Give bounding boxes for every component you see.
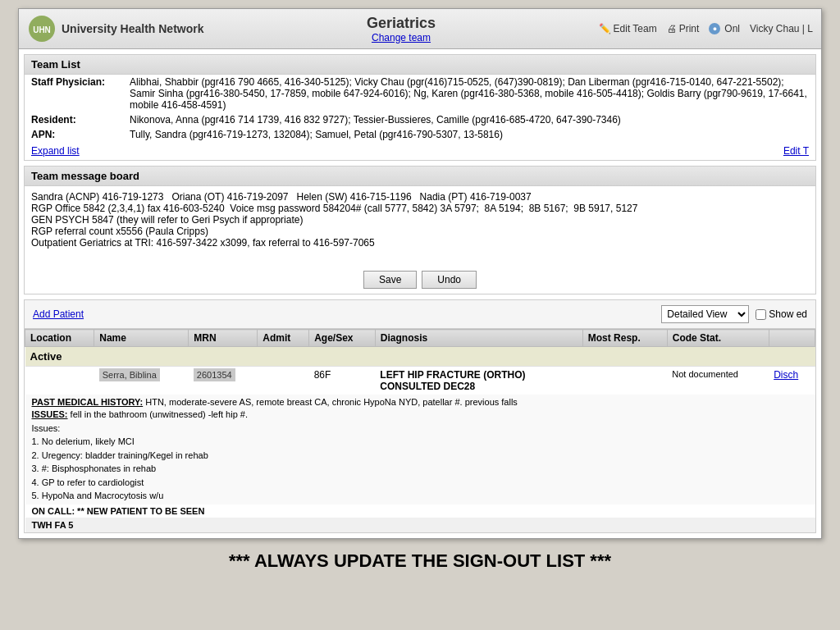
on-call-content: ON CALL: ** NEW PATIENT TO BE SEEN	[25, 504, 815, 518]
header-actions: ✏️ Edit Team 🖨 Print ● Onl Vicky Chau | …	[599, 23, 813, 34]
patient-mrn-badge[interactable]: 2601354	[194, 368, 235, 381]
diagnosis-line1: LEFT HIP FRACTURE (ORTHO)	[380, 369, 578, 381]
col-admit: Admit	[258, 330, 309, 347]
save-button[interactable]: Save	[363, 271, 417, 289]
location-row: TWH FA 5	[25, 518, 815, 532]
resident-label: Resident:	[25, 112, 123, 127]
past-med-section: PAST MEDICAL HISTORY: HTN, moderate-seve…	[32, 396, 809, 409]
user-info: Vicky Chau | L	[750, 23, 813, 34]
col-actions	[769, 330, 815, 347]
add-patient-link[interactable]: Add Patient	[33, 308, 84, 320]
patient-list-section: Add Patient Detailed View Summary View S…	[24, 299, 816, 533]
apn-value: Tully, Sandra (pgr416-719-1273, 132084);…	[123, 127, 815, 142]
print-icon: 🖨	[667, 23, 677, 34]
header-center: Geriatrics Change team	[367, 15, 436, 43]
show-edit-text: Show ed	[769, 308, 807, 320]
message-board-section: Team message board Save Undo	[24, 166, 816, 294]
resident-row: Resident: Nikonova, Anna (pgr416 714 173…	[25, 112, 815, 127]
patient-age-sex: 86F	[309, 367, 376, 395]
col-location: Location	[25, 330, 94, 347]
show-edit-checkbox[interactable]	[756, 309, 766, 320]
patient-name-badge[interactable]: Serra, Biblina	[99, 368, 160, 381]
staff-physician-label: Staff Physician:	[25, 75, 123, 112]
diagnosis-line2: CONSULTED DEC28	[380, 381, 578, 392]
page-title: Geriatrics	[367, 15, 436, 32]
on-call-value: ** NEW PATIENT TO BE SEEN	[77, 506, 204, 516]
patient-diagnosis: LEFT HIP FRACTURE (ORTHO) CONSULTED DEC2…	[375, 367, 582, 395]
message-board-content	[25, 186, 815, 266]
col-mrn: MRN	[189, 330, 258, 347]
patient-detail-row: PAST MEDICAL HISTORY: HTN, moderate-seve…	[25, 395, 815, 504]
patient-mrn: 2601354	[189, 367, 258, 395]
patient-most-resp	[582, 367, 667, 395]
discharge-link[interactable]: Disch	[774, 369, 798, 381]
active-section-row: Active	[25, 347, 815, 367]
team-list-table: Staff Physician: Alibhai, Shabbir (pgr41…	[25, 75, 815, 142]
uhn-logo: UHN	[27, 14, 57, 43]
col-age-sex: Age/Sex	[309, 330, 376, 347]
svg-text:UHN: UHN	[33, 25, 51, 34]
show-edit-label: Show ed	[756, 308, 807, 320]
message-board-textarea[interactable]	[31, 191, 809, 257]
issues-value: fell in the bathroom (unwitnessed) -left…	[68, 409, 249, 419]
patient-list-toolbar: Add Patient Detailed View Summary View S…	[25, 300, 815, 329]
issues-list: Issues: 1. No delerium, likely MCI 2. Ur…	[32, 422, 809, 503]
patient-name: Serra, Biblina	[94, 367, 189, 395]
table-header-row: Location Name MRN Admit Age/Sex Diagnosi…	[25, 330, 815, 347]
past-med-label: PAST MEDICAL HISTORY:	[32, 397, 144, 407]
col-diagnosis: Diagnosis	[375, 330, 582, 347]
edit-team-icon: ✏️	[599, 23, 611, 34]
edit-team-button[interactable]: ✏️ Edit Team	[599, 23, 657, 34]
print-button[interactable]: 🖨 Print	[667, 23, 700, 34]
table-row: Serra, Biblina 2601354 86F LEFT HIP FRAC…	[25, 367, 815, 395]
toolbar-right: Detailed View Summary View Show ed	[661, 305, 807, 323]
apn-row: APN: Tully, Sandra (pgr416-719-1273, 132…	[25, 127, 815, 142]
header: UHN University Health Network Geriatrics…	[19, 9, 821, 49]
edit-team-t-link[interactable]: Edit T	[783, 145, 809, 157]
org-name: University Health Network	[62, 22, 204, 35]
staff-physician-value: Alibhai, Shabbir (pgr416 790 4665, 416-3…	[123, 75, 815, 112]
col-name: Name	[94, 330, 189, 347]
on-call-row: ON CALL: ** NEW PATIENT TO BE SEEN	[25, 504, 815, 518]
logo-area: UHN University Health Network	[27, 14, 204, 43]
message-board-buttons: Save Undo	[25, 266, 815, 294]
patient-location	[25, 367, 94, 395]
expand-list-link[interactable]: Expand list	[31, 145, 80, 157]
patient-actions: Disch	[769, 367, 815, 395]
col-most-resp: Most Resp.	[582, 330, 667, 347]
team-list-footer: Expand list Edit T	[25, 142, 815, 160]
footer-banner: *** ALWAYS UPDATE THE SIGN-OUT LIST ***	[0, 539, 840, 583]
apn-label: APN:	[25, 127, 123, 142]
patient-code-stat: Not documented	[667, 367, 769, 395]
patient-admit	[258, 367, 309, 395]
past-med-value: HTN, moderate-severe AS, remote breast C…	[143, 397, 518, 407]
issues-label: ISSUES:	[32, 409, 68, 419]
patient-table: Location Name MRN Admit Age/Sex Diagnosi…	[25, 329, 815, 532]
online-button[interactable]: ● Onl	[709, 23, 740, 34]
active-label: Active	[25, 347, 815, 367]
on-call-label: ON CALL:	[32, 506, 75, 516]
patient-detail-content: PAST MEDICAL HISTORY: HTN, moderate-seve…	[25, 395, 815, 504]
resident-value: Nikonova, Anna (pgr416 714 1739, 416 832…	[123, 112, 815, 127]
code-stat-value: Not documented	[672, 369, 764, 379]
change-team-link[interactable]: Change team	[367, 32, 436, 43]
undo-button[interactable]: Undo	[422, 271, 477, 289]
online-icon: ●	[709, 23, 720, 34]
col-code-stat: Code Stat.	[667, 330, 769, 347]
message-board-title: Team message board	[25, 167, 815, 186]
team-list-title: Team List	[25, 55, 815, 75]
issues-section: ISSUES: fell in the bathroom (unwitnesse…	[32, 409, 809, 421]
view-select[interactable]: Detailed View Summary View	[661, 305, 749, 323]
staff-physician-row: Staff Physician: Alibhai, Shabbir (pgr41…	[25, 75, 815, 112]
team-list-section: Team List Staff Physician: Alibhai, Shab…	[24, 54, 816, 161]
location-label: TWH FA 5	[25, 518, 815, 532]
